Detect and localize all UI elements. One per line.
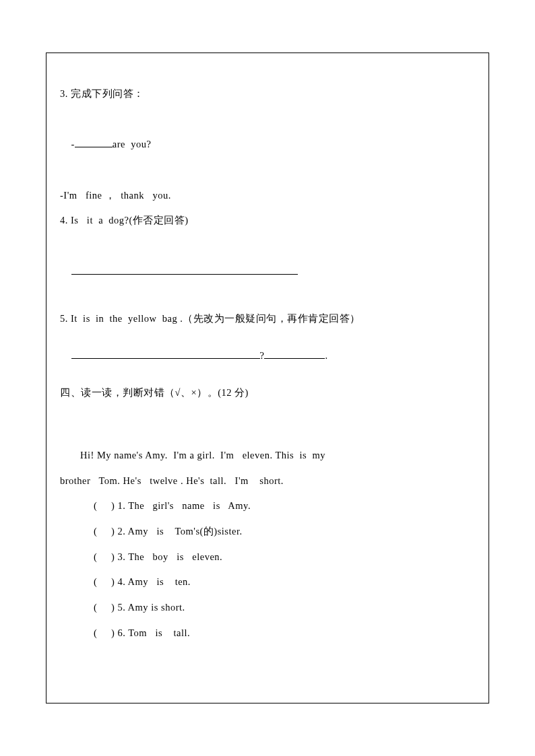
q3-line1-prefix: - xyxy=(71,139,75,149)
judge-item: ( ) 5. Amy is short. xyxy=(60,595,475,621)
judge-item: ( ) 4. Amy is ten. xyxy=(60,570,475,595)
q5-prompt: 5. It is in the yellow bag .（先改为一般疑问句，再作… xyxy=(60,310,475,329)
spacer xyxy=(60,403,475,443)
q4-blank[interactable] xyxy=(71,274,298,275)
judge-item: ( ) 6. Tom is tall. xyxy=(60,621,475,646)
q5-sep: ? xyxy=(260,350,265,361)
page-border: 3. 完成下列问答： -are you? -I'm fine ， thank y… xyxy=(46,53,489,703)
q5-blank-line: ?. xyxy=(60,329,475,384)
passage-line1: Hi! My name's Amy. I'm a girl. I'm eleve… xyxy=(60,443,475,469)
q5-blank2[interactable] xyxy=(264,358,325,359)
judge-item: ( ) 1. The girl's name is Amy. xyxy=(60,493,475,519)
judge-item: ( ) 2. Amy is Tom's(的)sister. xyxy=(60,519,475,545)
q3-line1: -are you? xyxy=(60,107,475,183)
q3-blank[interactable] xyxy=(75,147,113,147)
q4-blank-line xyxy=(60,234,475,310)
judge-item: ( ) 3. The boy is eleven. xyxy=(60,545,475,570)
q5-end: . xyxy=(325,350,327,361)
q4-prompt: 4. Is it a dog?(作否定回答) xyxy=(60,208,475,234)
section4-heading: 四、读一读，判断对错（√、×）。(12 分) xyxy=(60,384,475,403)
q3-line1-suffix: are you? xyxy=(113,139,152,149)
passage-line2: brother Tom. He's twelve . He's tall. I'… xyxy=(60,469,475,494)
q3-line2: -I'm fine ， thank you. xyxy=(60,183,475,209)
q5-blank1[interactable] xyxy=(71,358,260,359)
q3-prompt: 3. 完成下列问答： xyxy=(60,81,475,107)
